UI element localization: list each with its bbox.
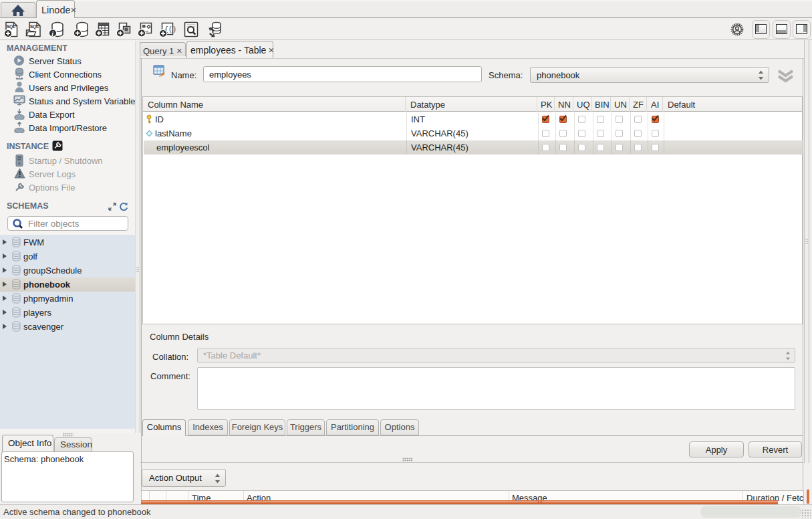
svg-text:i: i [51, 30, 53, 37]
svg-text:SQL: SQL [7, 24, 15, 29]
svg-text:SQL: SQL [30, 24, 39, 29]
